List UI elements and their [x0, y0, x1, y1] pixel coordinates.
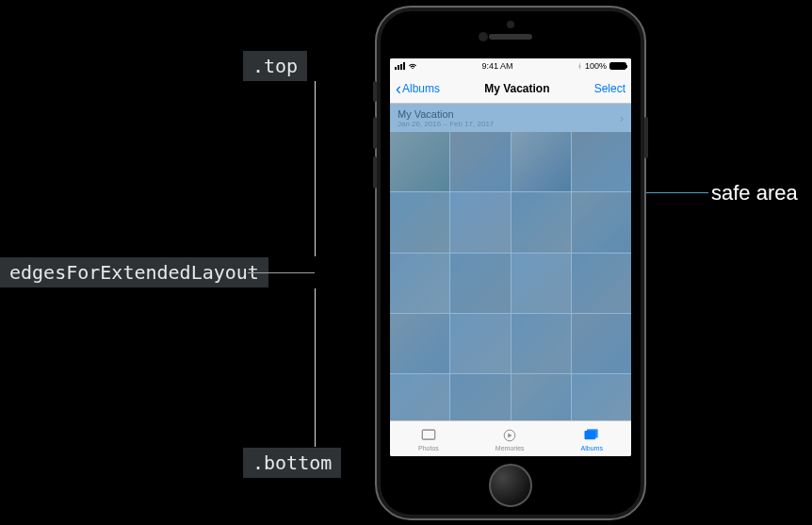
- photo-thumbnail[interactable]: [512, 314, 571, 373]
- photo-thumbnail[interactable]: [512, 374, 571, 420]
- photo-grid: [390, 132, 631, 420]
- content-area[interactable]: My Vacation Jan 26, 2016 – Feb 17, 2017 …: [390, 104, 631, 420]
- tab-bar: Photos Memories Albums: [390, 420, 631, 456]
- volume-down-button[interactable]: [373, 156, 377, 189]
- select-button[interactable]: Select: [594, 82, 625, 95]
- chevron-left-icon: ‹: [396, 80, 401, 97]
- back-button[interactable]: ‹ Albums: [396, 80, 440, 97]
- annotation-top: .top: [243, 51, 307, 81]
- connector-line-blue: [644, 192, 708, 193]
- photo-thumbnail[interactable]: [512, 192, 571, 252]
- nav-title: My Vacation: [484, 82, 549, 95]
- status-time: 9:41 AM: [481, 61, 512, 71]
- bluetooth-icon: ᚼ: [577, 62, 582, 71]
- status-bar: 9:41 AM ᚼ 100%: [390, 58, 631, 74]
- photo-thumbnail[interactable]: [390, 192, 449, 252]
- photo-thumbnail[interactable]: [450, 254, 510, 313]
- section-header[interactable]: My Vacation Jan 26, 2016 – Feb 17, 2017 …: [390, 104, 631, 132]
- back-label: Albums: [402, 82, 440, 95]
- photo-thumbnail[interactable]: [450, 132, 510, 191]
- volume-up-button[interactable]: [373, 117, 377, 149]
- photos-icon: [419, 427, 438, 444]
- svg-rect-0: [422, 430, 434, 439]
- home-button[interactable]: [489, 464, 532, 507]
- nav-bar: ‹ Albums My Vacation Select: [390, 74, 631, 104]
- section-title: My Vacation: [398, 108, 494, 120]
- chevron-right-icon: ›: [620, 112, 624, 125]
- sensor-dot: [507, 21, 514, 28]
- svg-marker-3: [509, 433, 512, 437]
- photo-thumbnail[interactable]: [450, 192, 510, 252]
- photo-thumbnail[interactable]: [512, 254, 571, 313]
- connector-line: [315, 81, 316, 256]
- photo-thumbnail[interactable]: [390, 132, 449, 191]
- tab-label: Photos: [418, 445, 439, 451]
- memories-icon: [500, 427, 519, 444]
- iphone-frame: 9:41 AM ᚼ 100% ‹ Albums My Vacation Sele…: [375, 6, 646, 520]
- wifi-icon: [408, 62, 417, 70]
- annotation-bottom: .bottom: [243, 448, 341, 478]
- battery-percent: 100%: [585, 61, 607, 71]
- photo-thumbnail[interactable]: [450, 314, 510, 373]
- photo-thumbnail[interactable]: [572, 132, 631, 191]
- signal-icon: [395, 62, 405, 70]
- svg-rect-1: [422, 430, 434, 439]
- tab-albums[interactable]: Albums: [581, 427, 603, 451]
- connector-line: [248, 272, 315, 273]
- albums-icon: [582, 427, 601, 444]
- photo-thumbnail[interactable]: [572, 314, 631, 373]
- power-button[interactable]: [644, 117, 648, 158]
- speaker-grille: [489, 34, 532, 40]
- section-subtitle: Jan 26, 2016 – Feb 17, 2017: [398, 120, 494, 128]
- screen: 9:41 AM ᚼ 100% ‹ Albums My Vacation Sele…: [390, 58, 631, 456]
- mute-switch[interactable]: [373, 81, 377, 102]
- battery-icon: [609, 62, 626, 70]
- photo-thumbnail[interactable]: [390, 374, 449, 420]
- photo-thumbnail[interactable]: [572, 374, 631, 420]
- photo-thumbnail[interactable]: [512, 132, 571, 191]
- status-left: [395, 62, 417, 70]
- annotation-safe-area: safe area: [711, 181, 798, 205]
- front-camera: [479, 32, 488, 41]
- status-right: ᚼ 100%: [577, 61, 626, 71]
- photo-thumbnail[interactable]: [390, 314, 449, 373]
- tab-memories[interactable]: Memories: [495, 427, 525, 451]
- photo-thumbnail[interactable]: [450, 374, 510, 420]
- tab-photos[interactable]: Photos: [418, 427, 439, 451]
- tab-label: Albums: [581, 445, 603, 451]
- photo-thumbnail[interactable]: [572, 192, 631, 252]
- connector-line: [315, 288, 316, 447]
- photo-thumbnail[interactable]: [390, 254, 449, 313]
- annotation-edges: edgesForExtendedLayout: [0, 257, 268, 287]
- tab-label: Memories: [495, 445, 525, 451]
- svg-rect-5: [587, 429, 598, 437]
- photo-thumbnail[interactable]: [572, 254, 631, 313]
